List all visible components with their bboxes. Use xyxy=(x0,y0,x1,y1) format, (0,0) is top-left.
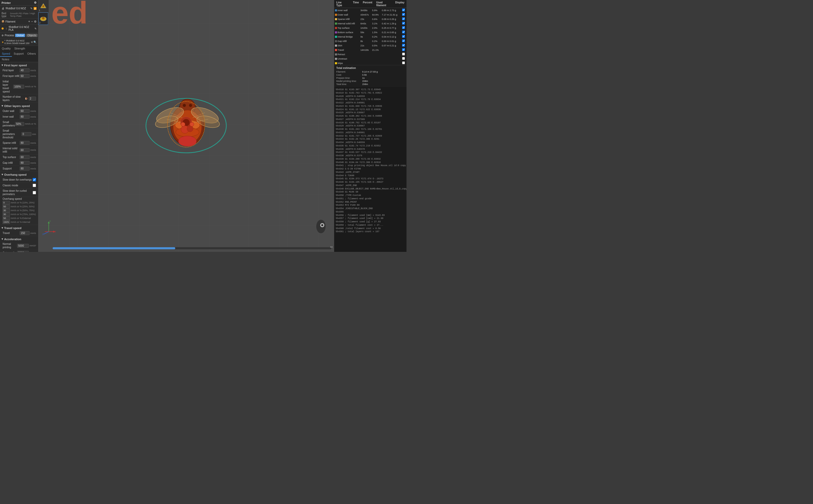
line-type-table: Inner wall 3m58s 5.9% 0.89 m 2.73 g Oute… xyxy=(334,8,406,65)
num-slow-layers-input[interactable] xyxy=(29,97,36,101)
tab-notes[interactable]: Notes xyxy=(0,57,11,62)
overhang-internal-val[interactable] xyxy=(3,220,10,224)
sparse-infill-label: Sparse infill xyxy=(3,141,20,145)
estimation-total-row: Total time: 1h8m xyxy=(336,83,404,86)
initial-travel-label: Initial layer travel speed xyxy=(3,80,13,93)
acceleration-header[interactable]: ▾ Acceleration xyxy=(0,236,38,242)
small-perimeters-input[interactable] xyxy=(15,122,24,126)
first-layer-infill-input[interactable] xyxy=(20,74,30,78)
progress-label: 44 xyxy=(330,246,332,248)
tab-speed[interactable]: Speed xyxy=(0,51,12,57)
top-surface-input[interactable] xyxy=(20,155,30,159)
first-layer-speed-header[interactable]: ▾ First layer speed xyxy=(0,62,38,68)
gcode-line: 554328 G1 X190.792 Y172.03 E.03197 xyxy=(336,121,405,125)
slow-down-curled-checkbox[interactable] xyxy=(33,191,36,194)
travel-collapse-icon: ▾ xyxy=(2,226,3,230)
tab-quality[interactable]: Quality xyxy=(0,46,12,51)
classic-mode-checkbox[interactable] xyxy=(33,184,36,187)
sparse-infill-input[interactable] xyxy=(20,141,30,145)
process-close-icon[interactable]: ✕ xyxy=(31,41,33,44)
inner-wall-label: Inner wall xyxy=(3,115,20,118)
gcode-line: 554348 EXCLUDE_OBJECT_END NAME=Bee_House… xyxy=(336,187,405,191)
inner-wall-input[interactable] xyxy=(20,115,30,119)
estimation-model-val: 1h8m xyxy=(362,80,368,82)
filament-name: !RobBot! 0.6 NOZ PLA xyxy=(9,26,33,31)
filament-edit-icon[interactable]: ✎ xyxy=(34,27,37,30)
slow-down-overhangs-checkbox[interactable] xyxy=(33,178,36,181)
thumbnail-2-preview xyxy=(39,15,47,23)
thumbnail-2[interactable]: 2 xyxy=(38,12,48,25)
support-input[interactable] xyxy=(20,167,30,171)
overhang-val-2[interactable] xyxy=(3,209,10,212)
main-viewport[interactable]: ed 1 2 xyxy=(38,0,334,252)
gcode-line: 554349 G1 M106 S0 xyxy=(336,190,405,194)
axes-widget: Y X Z xyxy=(41,220,56,236)
travel-input[interactable] xyxy=(20,231,30,235)
tag-objects[interactable]: Objects xyxy=(26,34,38,37)
printer-edit-icon[interactable]: ✎ xyxy=(30,7,32,10)
estimation-total-label: Total time: xyxy=(336,83,359,86)
other-layers-speed-header[interactable]: ▾ Other layers speed xyxy=(0,103,38,108)
overhang-pct-0: (10%, 25%) xyxy=(22,201,34,204)
initial-travel-unit: mm/s or % xyxy=(25,85,36,88)
overhang-val-0[interactable] xyxy=(3,201,10,204)
svg-line-35 xyxy=(44,232,49,234)
gcode-line: 554331 ;WIDTH:0.540901 xyxy=(336,131,405,134)
line-type-row: Wipe xyxy=(334,61,406,65)
section-collapse-icon: ▾ xyxy=(2,63,3,67)
overhang-external-val[interactable] xyxy=(3,216,10,220)
overhang-val-3[interactable] xyxy=(3,212,10,216)
thumbnail-1[interactable]: 1 xyxy=(38,0,48,12)
initial-travel-input[interactable] xyxy=(13,85,24,89)
internal-solid-infill-input[interactable] xyxy=(20,148,30,152)
outer-wall-accel-input[interactable] xyxy=(17,251,29,252)
overhang-speed-header[interactable]: ▾ Overhang speed xyxy=(0,172,38,177)
gcode-line: 554339 G1 X194.208 Y172.03 E.03832 xyxy=(336,158,405,161)
gcode-line: 554345 G1 X194.373 Y172.474 E-.16373 xyxy=(336,177,405,181)
line-type-row: Inner wall 3m58s 5.9% 0.89 m 2.73 g xyxy=(334,8,406,12)
progress-bar[interactable] xyxy=(53,247,331,249)
filament-num: 1 xyxy=(6,27,7,30)
small-perimeters-threshold-input[interactable] xyxy=(22,132,31,136)
printer-name-row: 🖨 !RobBot! 0.6 NOZ ✎ 📶 xyxy=(0,6,38,11)
overhang-val-1[interactable] xyxy=(3,205,10,208)
printer-settings-icon[interactable]: ⚙ xyxy=(34,1,37,4)
process-zoom-icon[interactable]: 🔍 xyxy=(33,41,37,44)
svg-text:Z: Z xyxy=(42,233,44,236)
normal-printing-input[interactable] xyxy=(17,244,29,248)
gcode-line: 554341 ; stop printing object Bee House.… xyxy=(336,164,405,167)
filament-label: Filament xyxy=(5,20,27,23)
tag-global[interactable]: Global xyxy=(15,34,25,37)
line-type-row: Unretract xyxy=(334,56,406,61)
remove-filament-icon[interactable]: − xyxy=(31,20,33,23)
gcode-line: 554354 ;EXECUTABLE_BLOCK_END xyxy=(336,207,405,210)
top-surface-row: Top surface mm/s xyxy=(0,154,38,160)
gcode-line: 554350 ;TYPE:Custom xyxy=(336,194,405,197)
outer-wall-label: Outer wall xyxy=(3,109,20,113)
add-filament-icon[interactable]: + xyxy=(28,20,30,23)
outer-wall-accel-label: Outer wall xyxy=(3,251,17,252)
gap-infill-input[interactable] xyxy=(20,161,30,165)
outer-wall-input[interactable] xyxy=(20,109,30,113)
filament-settings-icon[interactable]: ⚙ xyxy=(34,20,37,23)
line-type-row: Bottom surface 59s 1.5% 0.21 m 0.65 g xyxy=(334,30,406,34)
overhang-speed-multi: Overhang speed mm/s or % (10%, 25%) mm/s… xyxy=(0,197,38,225)
line-type-scroll[interactable]: Inner wall 3m58s 5.9% 0.89 m 2.73 g Oute… xyxy=(334,8,406,65)
travel-speed-header[interactable]: ▾ Travel speed xyxy=(0,225,38,230)
slow-down-curled-row: Slow down for curled perimeters xyxy=(0,188,38,197)
filament-row: 📦 Filament + − ⚙ xyxy=(0,19,38,25)
overhang-collapse-icon: ▾ xyxy=(2,173,3,176)
tab-others[interactable]: Others xyxy=(25,51,38,57)
gcode-log[interactable]: 554318 G1 X193.307 Y172.73 E.03049554319… xyxy=(334,87,406,252)
first-layer-infill-row: First layer infill mm/s xyxy=(0,73,38,79)
classic-mode-label: Classic mode xyxy=(3,184,33,187)
overhang-external-label: External xyxy=(22,217,31,219)
tab-support[interactable]: Support xyxy=(12,51,26,57)
gcode-line: 554325 ;WIDTH:0.538867 xyxy=(336,111,405,115)
slow-down-curled-label: Slow down for curled perimeters xyxy=(3,189,33,196)
estimation-total-val: 1h8m xyxy=(362,83,368,86)
tab-strength[interactable]: Strength xyxy=(12,46,27,51)
small-perimeters-row: Small perimeters mm/s or % xyxy=(0,120,38,128)
support-label: Support xyxy=(3,167,20,170)
first-layer-input[interactable] xyxy=(20,68,30,72)
